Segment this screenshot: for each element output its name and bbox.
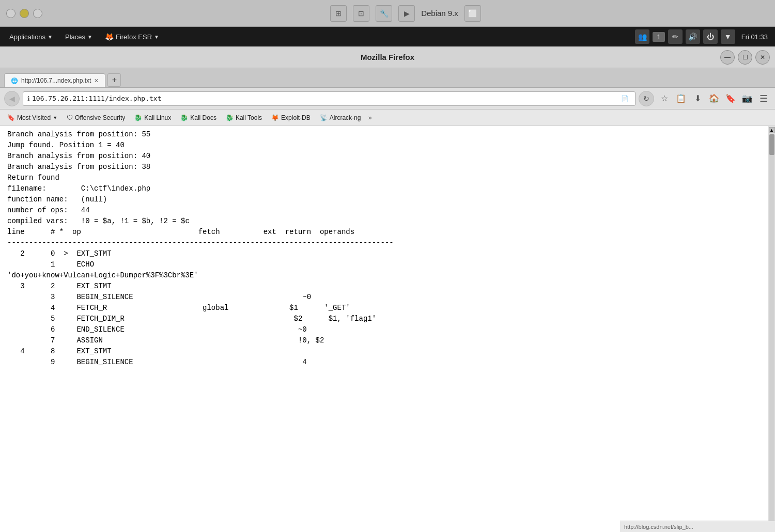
win-maximize-btn[interactable] xyxy=(33,9,42,18)
browser-maximize-btn[interactable]: ☐ xyxy=(738,50,752,65)
bookmark-exploit-db[interactable]: 🦊 Exploit-DB xyxy=(267,113,315,123)
toolbar-icon-restore[interactable]: ⬜ xyxy=(464,5,481,22)
browser-title-bar: Mozilla Firefox — ☐ ✕ xyxy=(0,46,775,68)
bookmark-most-visited[interactable]: 🔖 Most Visited ▼ xyxy=(3,113,61,123)
download-icon[interactable]: ⬇ xyxy=(690,91,705,106)
tab-close-btn[interactable]: ✕ xyxy=(94,77,99,84)
content-line-17: 4 FETCH_R global $1 '_GET' xyxy=(7,303,761,314)
bookmark-aircrack-ng[interactable]: 📡 Aircrack-ng xyxy=(316,113,365,123)
content-line-13: 1 ECHO xyxy=(7,259,761,270)
content-line-12: 2 0 > EXT_STMT xyxy=(7,248,761,259)
scroll-thumb[interactable] xyxy=(769,134,774,155)
bookmark-offensive-security[interactable]: 🛡 Offensive Security xyxy=(63,113,129,123)
win-minimize-btn[interactable] xyxy=(20,9,29,18)
browser-close-btn[interactable]: ✕ xyxy=(755,50,770,65)
bookmark-kali-docs[interactable]: 🐉 Kali Docs xyxy=(176,113,221,123)
tabs-bar: 🌐 http://106.7...ndex.php.txt ✕ + xyxy=(0,68,775,88)
taskbar-workspace[interactable]: 1 xyxy=(653,32,664,42)
content-line-10: line # * op fetch ext return operands xyxy=(7,227,761,238)
toolbar-icon-display[interactable]: ⊡ xyxy=(353,5,369,22)
toolbar-icon-grid[interactable]: ⊞ xyxy=(330,5,347,22)
taskbar-time: Fri 01:33 xyxy=(738,32,771,42)
content-line-14: 'do+you+know+Vulcan+Logic+Dumper%3F%3Cbr… xyxy=(7,270,761,281)
scroll-track[interactable] xyxy=(769,134,774,524)
applications-arrow-icon: ▼ xyxy=(48,34,53,40)
taskbar-power-icon[interactable]: ⏻ xyxy=(703,29,718,44)
content-line-20: 7 ASSIGN !0, $2 xyxy=(7,335,761,346)
menu-btn[interactable]: ☰ xyxy=(756,91,771,106)
taskbar-right: 👥 1 ✏ 🔊 ⏻ ▼ Fri 01:33 xyxy=(635,29,771,44)
content-line-18: 5 FETCH_DIM_R $2 $1, 'flag1' xyxy=(7,314,761,324)
taskbar-firefox[interactable]: 🦊 Firefox ESR ▼ xyxy=(100,30,164,43)
scrollbar[interactable]: ▲ ▼ xyxy=(768,126,775,532)
browser-minimize-btn[interactable]: — xyxy=(720,50,735,65)
tab-label: http://106.7...ndex.php.txt xyxy=(21,77,91,84)
info-icon: ℹ xyxy=(27,95,30,102)
reading-list-icon[interactable]: 📋 xyxy=(674,91,688,106)
content-line-22: 9 BEGIN_SILENCE 4 xyxy=(7,357,761,368)
browser-title: Mozilla Firefox xyxy=(361,53,414,61)
window-title: Debian 9.x xyxy=(421,9,458,18)
content-line-8: number of ops: 44 xyxy=(7,205,761,216)
content-line-4: Branch analysis from position: 38 xyxy=(7,162,761,173)
kali-linux-icon: 🐉 xyxy=(134,114,142,121)
home-icon[interactable]: 🏠 xyxy=(707,91,721,106)
title-bar-center: ⊞ ⊡ 🔧 ▶ Debian 9.x ⬜ xyxy=(42,5,769,22)
bookmarks-more-btn[interactable]: » xyxy=(366,112,374,123)
content-line-5: Return found xyxy=(7,173,761,183)
taskbar-places[interactable]: Places ▼ xyxy=(60,31,98,43)
bookmark-star-icon[interactable]: ☆ xyxy=(657,91,672,106)
bookmark-kali-tools[interactable]: 🐉 Kali Tools xyxy=(222,113,266,123)
firefox-icon: 🦊 xyxy=(105,33,114,41)
scroll-up-btn[interactable]: ▲ xyxy=(769,127,775,133)
url-text: 106.75.26.211:1111/index.php.txt xyxy=(32,95,619,102)
most-visited-icon: 🔖 xyxy=(7,114,15,121)
browser-win-controls: — ☐ ✕ xyxy=(720,50,770,65)
kali-tools-icon: 🐉 xyxy=(226,114,234,121)
bookmark-kali-linux[interactable]: 🐉 Kali Linux xyxy=(130,113,175,123)
bookmarks-bar: 🔖 Most Visited ▼ 🛡 Offensive Security 🐉 … xyxy=(0,109,775,126)
firefox-arrow-icon: ▼ xyxy=(154,34,159,40)
offensive-security-icon: 🛡 xyxy=(67,114,73,121)
content-line-11: ----------------------------------------… xyxy=(7,238,761,248)
most-visited-arrow: ▼ xyxy=(53,115,57,120)
win-close-btn[interactable] xyxy=(6,9,16,18)
taskbar-volume-icon[interactable]: 🔊 xyxy=(686,29,700,44)
page-content: Branch analysis from position: 55 Jump f… xyxy=(0,126,768,532)
toolbar-icon-arrow[interactable]: ▶ xyxy=(398,5,415,22)
content-line-21: 4 8 EXT_STMT xyxy=(7,346,761,357)
places-arrow-icon: ▼ xyxy=(87,34,92,40)
content-line-6: filename: C:\ctf\index.php xyxy=(7,183,761,194)
taskbar-users-icon[interactable]: 👥 xyxy=(635,29,649,44)
screenshot-icon[interactable]: 📷 xyxy=(740,91,754,106)
content-area: Branch analysis from position: 55 Jump f… xyxy=(0,126,775,532)
kali-docs-icon: 🐉 xyxy=(180,114,188,121)
content-line-9: compiled vars: !0 = $a, !1 = $b, !2 = $c xyxy=(7,216,761,227)
window-title-bar: ⊞ ⊡ 🔧 ▶ Debian 9.x ⬜ xyxy=(0,0,775,27)
taskbar-applications[interactable]: Applications ▼ xyxy=(4,31,58,43)
pocket-icon[interactable]: 🔖 xyxy=(723,91,738,106)
content-line-19: 6 END_SILENCE ~0 xyxy=(7,324,761,335)
new-tab-btn[interactable]: + xyxy=(107,73,121,87)
content-line-1: Branch analysis from position: 55 xyxy=(7,129,761,140)
browser-nav-icons: ☆ 📋 ⬇ 🏠 🔖 📷 ☰ xyxy=(657,91,771,106)
content-line-7: function name: (null) xyxy=(7,194,761,205)
browser-tab[interactable]: 🌐 http://106.7...ndex.php.txt ✕ xyxy=(4,73,105,87)
tab-favicon: 🌐 xyxy=(11,77,18,84)
taskbar-pencil-icon[interactable]: ✏ xyxy=(668,29,683,44)
toolbar-icon-wrench[interactable]: 🔧 xyxy=(376,5,392,22)
reader-icon: 📄 xyxy=(621,95,629,102)
taskbar: Applications ▼ Places ▼ 🦊 Firefox ESR ▼ … xyxy=(0,27,775,46)
window-controls xyxy=(6,9,42,18)
aircrack-ng-icon: 📡 xyxy=(320,114,328,121)
content-line-3: Branch analysis from position: 40 xyxy=(7,151,761,162)
status-text: http://blog.csdn.net/slip_b... xyxy=(624,524,693,530)
url-box[interactable]: ℹ 106.75.26.211:1111/index.php.txt 📄 xyxy=(23,91,636,106)
reload-btn[interactable]: ↻ xyxy=(639,91,654,106)
back-btn[interactable]: ◀ xyxy=(4,91,20,106)
taskbar-settings-icon[interactable]: ▼ xyxy=(721,29,735,44)
status-bar: http://blog.csdn.net/slip_b... xyxy=(620,521,775,532)
address-bar: ◀ ℹ 106.75.26.211:1111/index.php.txt 📄 ↻… xyxy=(0,88,775,109)
content-line-2: Jump found. Position 1 = 40 xyxy=(7,140,761,151)
content-line-16: 3 BEGIN_SILENCE ~0 xyxy=(7,292,761,303)
